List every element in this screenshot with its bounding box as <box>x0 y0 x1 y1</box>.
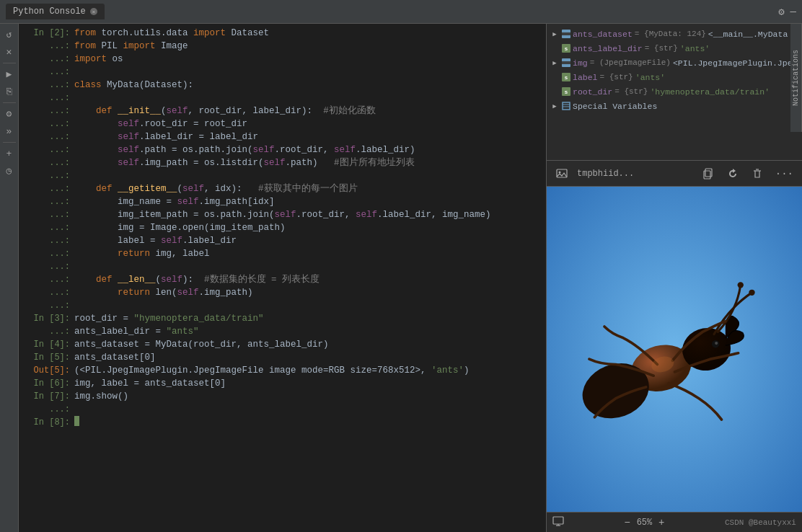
line-prefix: ...: <box>20 208 74 221</box>
footer-display-icon[interactable] <box>552 516 564 529</box>
console-line: ...: def __getitem__(self, idx): #获取其中的每… <box>19 182 546 195</box>
image-container <box>547 187 802 512</box>
copy-icon <box>702 168 714 179</box>
console-line: ...: ants_label_dir = "ants" <box>19 325 546 338</box>
var-type-icon <box>561 29 571 39</box>
var-value: <__main__.MyData o <box>708 30 798 39</box>
console-line: ...: self.label_dir = label_dir <box>19 130 546 143</box>
console-line: ...: self.path = os.path.join(self.root_… <box>19 143 546 156</box>
image-viewer: tmpbhiid... <box>547 161 802 532</box>
line-prefix: ...: <box>20 273 74 286</box>
line-prefix: In [4]: <box>20 338 74 351</box>
line-prefix: ...: <box>20 92 74 105</box>
variables-section: ▶ ants_dataset = {MyData: 124} <__main__… <box>547 24 802 161</box>
ant-svg <box>547 187 802 512</box>
var-value: 'hymenoptera_data/train' <box>650 87 770 97</box>
image-tool-more[interactable]: ··· <box>772 167 796 181</box>
image-tool-rotate[interactable] <box>723 164 742 183</box>
line-prefix: ...: <box>20 40 74 53</box>
image-filename: tmpbhiid... <box>577 169 693 179</box>
special-vars-label: Special Variables <box>573 102 657 111</box>
line-prefix: ...: <box>20 143 74 156</box>
var-type: = (JpegImageFile) <box>590 58 671 67</box>
run-button[interactable]: ▶ <box>1 66 17 82</box>
toolbar-separator-3 <box>3 142 16 143</box>
settings-button[interactable]: ⚙ <box>1 106 17 122</box>
var-value: 'ants' <box>635 73 665 82</box>
str-icon: s <box>562 73 570 81</box>
restart-button[interactable]: ↺ <box>1 27 17 43</box>
console-line: ...: img = Image.open(img_item_path) <box>19 221 546 234</box>
variable-row-root-dir[interactable]: ▶ s root_dir = {str} 'hymenoptera_data/t… <box>547 84 802 99</box>
variable-row-ants-label-dir[interactable]: ▶ s ants_label_dir = {str} 'ants' <box>547 41 802 56</box>
console-line: ...: <box>19 92 546 105</box>
minimize-icon[interactable]: — <box>790 6 796 17</box>
delete-icon <box>752 169 762 179</box>
zoom-out-button[interactable]: − <box>621 516 634 529</box>
expand-icon[interactable]: ▶ <box>550 101 560 111</box>
variable-row-label[interactable]: ▶ s label = {str} 'ants' <box>547 70 802 84</box>
var-name: label <box>573 73 598 82</box>
str-icon: s <box>562 44 570 53</box>
console-line: ...: <box>19 66 546 79</box>
history-button[interactable]: ◷ <box>1 163 17 179</box>
image-icon <box>556 168 568 179</box>
console-line: Out[5]: (<PIL.JpegImagePlugin.JpegImageF… <box>19 364 546 377</box>
console-line: ...: self.root_dir = root_dir <box>19 118 546 130</box>
notifications-sidebar[interactable]: Notifications <box>790 24 802 132</box>
settings-icon[interactable]: ⚙ <box>778 6 784 18</box>
var-value: 'ants' <box>680 44 710 53</box>
image-tool-btn-1[interactable] <box>552 164 571 183</box>
console-line: ...: img_item_path = os.path.join(self.r… <box>19 208 546 221</box>
var-type-icon <box>561 101 571 111</box>
line-prefix: ...: <box>20 53 74 66</box>
svg-rect-0 <box>563 102 570 110</box>
line-prefix: In [6]: <box>20 377 74 390</box>
add-button[interactable]: + <box>1 146 17 161</box>
expand-icon[interactable]: ▶ <box>550 29 560 39</box>
image-tool-copy[interactable] <box>699 164 718 183</box>
line-prefix: ...: <box>20 79 74 92</box>
tab-close-btn[interactable]: × <box>90 8 97 15</box>
console-area[interactable]: In [2]: from torch.utils.data import Dat… <box>19 24 546 532</box>
svg-point-15 <box>715 342 718 345</box>
variable-row-ants-dataset[interactable]: ▶ ants_dataset = {MyData: 124} <__main__… <box>547 27 802 41</box>
svg-rect-17 <box>553 517 563 524</box>
line-prefix: ...: <box>20 105 74 118</box>
console-line: ...: return len(self.img_path) <box>19 286 546 299</box>
zoom-in-button[interactable]: + <box>655 516 668 529</box>
svg-point-12 <box>749 290 754 296</box>
console-line: In [2]: from torch.utils.data import Dat… <box>19 27 546 40</box>
line-prefix: In [7]: <box>20 390 74 403</box>
str-icon: s <box>562 87 570 96</box>
svg-rect-5 <box>705 169 712 177</box>
line-prefix: ...: <box>20 260 74 273</box>
console-line: In [7]: img.show() <box>19 390 546 403</box>
more-button[interactable]: » <box>1 123 17 139</box>
line-prefix: In [3]: <box>20 312 74 325</box>
close-button[interactable]: ✕ <box>1 44 17 60</box>
line-prefix: ...: <box>20 130 74 143</box>
monitor-icon <box>552 516 564 526</box>
title-tab[interactable]: Python Console × <box>6 4 105 19</box>
line-prefix: In [8]: <box>20 416 74 429</box>
image-footer: − 65% + CSDN @Beautyxxi <box>547 512 802 532</box>
footer-credit: CSDN @Beautyxxi <box>725 518 796 527</box>
tab-python-console: Python Console <box>13 6 86 17</box>
copy-button[interactable]: ⎘ <box>1 84 17 99</box>
console-line: ...: label = self.label_dir <box>19 234 546 247</box>
console-line: ...: <box>19 299 546 312</box>
var-type: = {str} <box>600 73 633 81</box>
variable-row-img[interactable]: ▶ img = (JpegImageFile) <PIL.JpegImagePl… <box>547 56 802 70</box>
line-prefix: ...: <box>20 325 74 338</box>
svg-rect-6 <box>704 171 710 179</box>
zoom-level: 65% <box>637 518 653 528</box>
left-toolbar: ↺ ✕ ▶ ⎘ ⚙ » + ◷ <box>0 24 19 532</box>
line-prefix: Out[5]: <box>20 364 74 377</box>
var-value: <PIL.JpegImagePlugin.Jpeg <box>673 58 798 68</box>
console-line: In [5]: ants_dataset[0] <box>19 351 546 364</box>
expand-icon[interactable]: ▶ <box>550 58 560 68</box>
image-tool-delete[interactable] <box>748 164 767 183</box>
special-variables-row[interactable]: ▶ Special Variables <box>547 99 802 113</box>
console-line: ...: def __len__(self): #数据集的长度 = 列表长度 <box>19 273 546 286</box>
